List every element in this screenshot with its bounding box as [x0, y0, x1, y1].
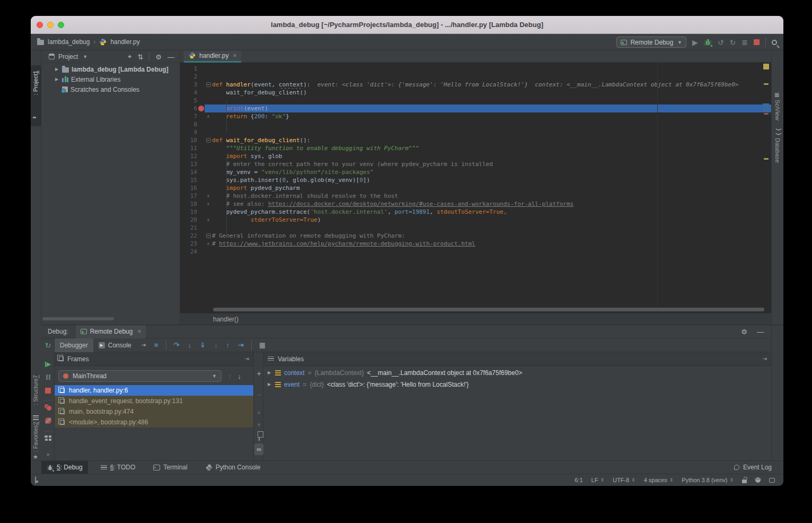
tree-item-scratches[interactable]: Scratches and Consoles: [41, 84, 180, 94]
line-number[interactable]: 13: [180, 160, 197, 168]
stripe-item-structure[interactable]: : Structure7: [32, 375, 39, 407]
force-step-into-button[interactable]: ⇓: [200, 341, 206, 349]
step-out-button[interactable]: ↑: [226, 341, 230, 349]
run-button[interactable]: ▶: [692, 39, 698, 46]
tree-item-external-libraries[interactable]: ▶ External Libraries: [41, 74, 180, 84]
encoding-select[interactable]: UTF-8⇕: [613, 477, 636, 483]
stripe-item-database[interactable]: Database: [774, 138, 781, 165]
code-line[interactable]: 20∧ stderrToServer=True): [180, 216, 771, 224]
code-line[interactable]: 17∨ # host.docker.internal should resolv…: [180, 192, 771, 200]
debug-session-tab[interactable]: Remote Debug ×: [76, 325, 146, 338]
line-number[interactable]: 1: [180, 65, 197, 73]
hector-inspector-icon[interactable]: [755, 477, 761, 483]
line-number[interactable]: 23: [180, 240, 197, 248]
line-number[interactable]: 22: [180, 232, 197, 240]
code-line[interactable]: 21: [180, 224, 771, 232]
fold-marker[interactable]: −: [205, 81, 212, 89]
breakpoint-gutter[interactable]: [197, 176, 205, 184]
settings-gear-icon[interactable]: ⚙: [155, 53, 162, 61]
code-line[interactable]: 22−# General information on remote debug…: [180, 232, 771, 240]
code-line[interactable]: 23∧# https://www.jetbrains.com/help/pych…: [180, 240, 771, 248]
line-number[interactable]: 20: [180, 216, 197, 224]
stack-frame[interactable]: handle_event_request, bootstrap.py:131: [55, 396, 253, 406]
line-number[interactable]: 2: [180, 73, 197, 81]
stripe-item-sciview[interactable]: SciView: [774, 100, 781, 123]
stack-frame[interactable]: <module>, bootstrap.py:486: [55, 417, 253, 428]
breakpoint-gutter[interactable]: [197, 152, 205, 160]
code-line[interactable]: 10−def wait_for_debug_client():: [180, 136, 771, 144]
hide-frames-icon[interactable]: ⇥: [244, 355, 249, 362]
error-stripe-mark[interactable]: [764, 158, 769, 160]
error-stripe-breakpoint-mark[interactable]: [764, 113, 769, 115]
line-number[interactable]: 15: [180, 176, 197, 184]
error-stripe-mark[interactable]: [764, 83, 769, 85]
add-watch-button[interactable]: +: [254, 369, 264, 378]
breakpoint-gutter[interactable]: [197, 112, 205, 120]
breakpoint-gutter[interactable]: [197, 200, 205, 208]
stripe-item-favorites[interactable]: : Favorites2: [32, 422, 39, 454]
caret-position[interactable]: 6:1: [575, 477, 582, 483]
breakpoint-gutter[interactable]: [197, 120, 205, 128]
code-line[interactable]: 15 sys.path.insert(0, glob.glob(my_venv)…: [180, 176, 771, 184]
restore-layout-button[interactable]: [41, 435, 55, 441]
variable-row[interactable]: ▶context={LambdaContext}<__main__.Lambda…: [263, 368, 771, 378]
tab-debugger[interactable]: Debugger: [55, 338, 93, 352]
settings-gear-icon[interactable]: ⚙: [741, 328, 747, 336]
breakpoint-gutter[interactable]: [197, 232, 205, 240]
line-number[interactable]: 18: [180, 200, 197, 208]
mute-breakpoints-button[interactable]: [41, 417, 55, 424]
hide-variables-icon[interactable]: ⇥: [762, 355, 767, 362]
line-number[interactable]: 9: [180, 128, 197, 136]
breakpoint-gutter[interactable]: [197, 73, 205, 81]
breakpoint-gutter[interactable]: [197, 216, 205, 224]
fold-marker[interactable]: ∧: [205, 112, 212, 120]
line-number[interactable]: 21: [180, 224, 197, 232]
breakpoint-gutter[interactable]: [197, 144, 205, 152]
remove-watch-button[interactable]: −: [254, 390, 264, 399]
breakpoint-gutter[interactable]: [197, 128, 205, 136]
line-number[interactable]: 6: [180, 104, 197, 112]
breakpoint-gutter[interactable]: [197, 97, 205, 104]
more-actions-button[interactable]: »: [41, 451, 55, 457]
code-line[interactable]: 24: [180, 248, 771, 256]
breakpoint-gutter[interactable]: [197, 168, 205, 176]
line-number[interactable]: 24: [180, 248, 197, 256]
breakpoint-dot[interactable]: [197, 104, 205, 112]
fold-marker[interactable]: ∧: [205, 200, 212, 208]
variable-row[interactable]: ▶event={dict}<class 'dict'>: {'message':…: [263, 379, 771, 389]
next-frame-button[interactable]: ↓: [238, 372, 242, 380]
stop-debug-button[interactable]: [41, 388, 55, 394]
code-line[interactable]: 16 import pydevd_pycharm: [180, 184, 771, 192]
fold-marker[interactable]: ∧: [205, 240, 212, 248]
line-number[interactable]: 4: [180, 89, 197, 97]
breakpoint-gutter[interactable]: [197, 81, 205, 89]
step-into-button[interactable]: ↓: [188, 341, 191, 349]
close-session-icon[interactable]: ×: [137, 328, 141, 335]
breakpoint-gutter[interactable]: [197, 160, 205, 168]
threads-view-icon[interactable]: ≡: [154, 341, 158, 349]
breakpoint-gutter[interactable]: [197, 89, 205, 97]
toolwindow-tab-python-console[interactable]: Python Console: [200, 461, 266, 474]
interpreter-select[interactable]: Python 3.8 (venv)⇕: [682, 477, 734, 483]
run-to-cursor-button[interactable]: ⇥: [238, 341, 244, 349]
code-line[interactable]: 5: [180, 97, 771, 104]
line-number[interactable]: 10: [180, 136, 197, 144]
close-tab-icon[interactable]: ×: [233, 52, 236, 59]
pause-button[interactable]: [41, 374, 55, 380]
view-breakpoints-button[interactable]: [41, 404, 55, 411]
breakpoint-gutter[interactable]: [197, 136, 205, 144]
code-line[interactable]: 2: [180, 73, 771, 81]
line-number[interactable]: 8: [180, 120, 197, 128]
smart-step-into-button[interactable]: ↓: [214, 341, 218, 349]
code-line[interactable]: 18∧ # see also: https://docs.docker.com/…: [180, 200, 771, 208]
breakpoint-gutter[interactable]: [197, 240, 205, 248]
indent-select[interactable]: 4 spaces⇕: [644, 477, 674, 483]
toolwindow-tab-todo[interactable]: 6: TODO: [95, 461, 141, 474]
code-line[interactable]: 8: [180, 120, 771, 128]
horizontal-scrollbar[interactable]: [42, 317, 114, 320]
line-number[interactable]: 16: [180, 184, 197, 192]
hide-panel-icon[interactable]: —: [757, 328, 764, 336]
breakpoint-gutter[interactable]: [197, 192, 205, 200]
breakpoint-gutter[interactable]: [197, 65, 205, 73]
code-line[interactable]: 4 wait_for_debug_client(): [180, 89, 771, 97]
